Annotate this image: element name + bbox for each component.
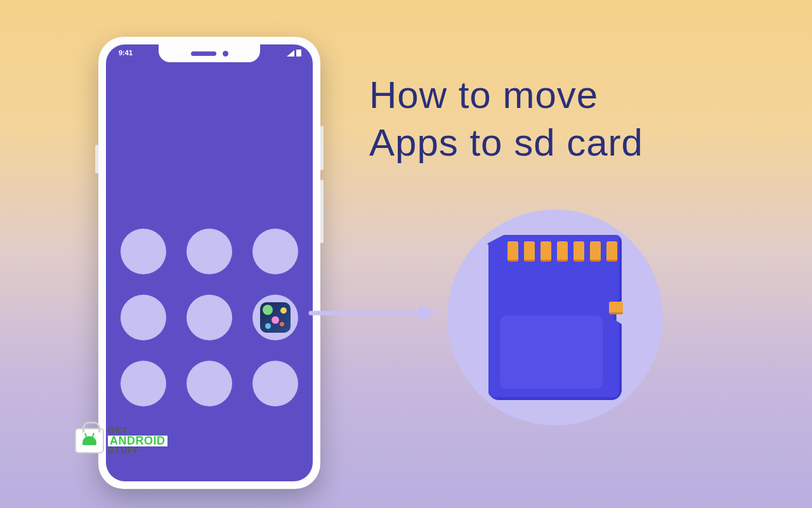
svg-marker-1 [419, 305, 438, 321]
app-placeholder [252, 361, 298, 406]
app-grid [106, 229, 313, 406]
app-placeholder [121, 229, 166, 274]
sd-card-circle [447, 210, 663, 425]
status-time: 9:41 [119, 49, 133, 57]
app-to-move-icon [252, 295, 298, 340]
status-icons [287, 50, 301, 57]
app-placeholder [187, 295, 232, 340]
bag-icon [75, 428, 104, 453]
headline-line2: Apps to sd card [369, 119, 643, 166]
app-placeholder [252, 229, 298, 274]
phone-volume-button [320, 180, 324, 243]
sd-card-icon [488, 235, 622, 400]
phone-lock-button [320, 126, 324, 170]
sd-card-pins [508, 241, 617, 262]
phone-mockup: 9:41 [98, 37, 320, 489]
move-arrow-icon [311, 304, 438, 323]
battery-icon [296, 50, 301, 57]
sd-lock-tab [609, 302, 623, 314]
status-bar: 9:41 [106, 48, 313, 62]
phone-side-button [95, 145, 98, 173]
sd-label-area [500, 316, 603, 389]
phone-screen: 9:41 [106, 44, 313, 481]
app-placeholder [187, 229, 232, 274]
headline: How to move Apps to sd card [369, 71, 643, 166]
app-placeholder [121, 295, 166, 340]
watermark-line3: STUFF [108, 446, 167, 455]
app-placeholder [187, 361, 232, 406]
headline-line1: How to move [369, 71, 643, 119]
signal-icon [287, 50, 294, 57]
app-placeholder [121, 361, 166, 406]
watermark-logo: GET ANDROID STUFF [75, 427, 167, 455]
android-icon [82, 436, 96, 445]
